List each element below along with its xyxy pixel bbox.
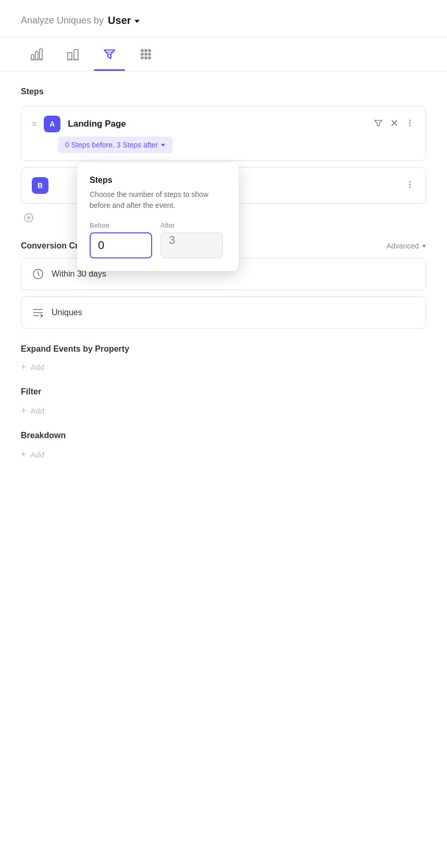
svg-rect-0 [31, 55, 34, 59]
svg-rect-3 [68, 53, 72, 59]
after-field: After 3 [160, 221, 223, 258]
popup-fields: Before After 3 [90, 221, 226, 258]
steps-pill-text: 0 Steps before, 3 Steps after [65, 141, 158, 149]
svg-point-17 [409, 122, 411, 124]
expand-add-text: Add [31, 363, 45, 371]
bar-icon [66, 47, 80, 61]
popup-title: Steps [90, 176, 226, 185]
breakdown-add-button[interactable]: + Add [21, 450, 44, 459]
filter-plus-icon: + [21, 406, 27, 415]
breakdown-label: Breakdown [21, 431, 426, 440]
step-a-card: ≡ A Landing Page [21, 106, 426, 161]
expand-events-add-button[interactable]: + Add [21, 362, 44, 371]
close-button[interactable] [389, 118, 400, 130]
svg-point-5 [141, 49, 143, 52]
uniques-icon [32, 306, 44, 319]
svg-point-8 [141, 53, 143, 55]
tab-chart[interactable] [21, 38, 52, 71]
filter-add-button[interactable]: + Add [21, 406, 44, 415]
svg-point-11 [141, 57, 143, 59]
header: Analyze Uniques by User [0, 0, 447, 38]
step-a-name: Landing Page [68, 119, 365, 129]
dropdown-value: User [108, 15, 131, 27]
advanced-button[interactable]: Advanced [387, 242, 426, 250]
expand-plus-icon: + [21, 362, 27, 371]
uniques-criteria-text: Uniques [52, 308, 82, 317]
breakdown-add-text: Add [31, 450, 45, 459]
svg-point-12 [145, 57, 147, 59]
svg-point-19 [409, 181, 411, 183]
pill-chevron-icon [161, 144, 165, 146]
advanced-chevron-icon [422, 245, 426, 247]
tab-bar[interactable] [57, 38, 89, 71]
step-a-badge: A [44, 116, 60, 132]
analyze-label: Analyze Uniques by [21, 15, 104, 26]
filter-add-text: Add [31, 406, 45, 415]
after-label: After [160, 221, 223, 229]
funnel-icon [102, 47, 117, 61]
step-b-badge: B [32, 177, 48, 194]
more-options-button[interactable] [405, 118, 415, 130]
svg-point-13 [148, 57, 151, 59]
filter-section: Filter + Add [21, 387, 426, 415]
tab-grid[interactable] [130, 38, 162, 71]
expand-events-section: Expand Events by Property + Add [21, 344, 426, 371]
popup-desc: Choose the number of steps to show befor… [90, 189, 226, 211]
svg-point-20 [409, 184, 411, 185]
svg-point-16 [409, 120, 411, 121]
user-dropdown[interactable]: User [108, 15, 139, 27]
filter-button[interactable] [372, 117, 384, 131]
svg-rect-2 [40, 49, 42, 59]
grid-icon [139, 47, 153, 61]
svg-point-18 [409, 125, 411, 127]
add-step-button[interactable] [21, 210, 36, 226]
tabs-row [0, 38, 447, 71]
before-label: Before [90, 221, 152, 229]
expand-events-label: Expand Events by Property [21, 344, 426, 354]
svg-rect-4 [74, 49, 78, 59]
svg-point-10 [148, 53, 151, 55]
after-value: 3 [160, 232, 223, 258]
svg-point-9 [145, 53, 147, 55]
step-b-more-options-button[interactable] [405, 179, 415, 192]
svg-point-7 [148, 49, 151, 52]
advanced-text: Advanced [387, 242, 419, 250]
svg-point-6 [145, 49, 147, 52]
tab-funnel[interactable] [94, 38, 125, 71]
uniques-criteria-card[interactable]: Uniques [21, 296, 426, 329]
steps-container: ≡ A Landing Page [21, 106, 426, 226]
steps-section-label: Steps [21, 87, 426, 96]
clock-icon [32, 268, 44, 280]
filter-label: Filter [21, 387, 426, 396]
chevron-down-icon [134, 20, 140, 23]
before-field: Before [90, 221, 152, 258]
breakdown-section: Breakdown + Add [21, 431, 426, 459]
breakdown-plus-icon: + [21, 450, 27, 459]
main-content: Steps ≡ A Landing Page [0, 71, 447, 490]
step-a-actions [372, 117, 415, 131]
svg-rect-1 [35, 52, 38, 59]
svg-point-21 [409, 187, 411, 188]
drag-icon[interactable]: ≡ [32, 120, 36, 128]
chart-icon [29, 47, 44, 61]
before-input[interactable] [90, 232, 152, 258]
steps-popup: Steps Choose the number of steps to show… [77, 163, 239, 271]
